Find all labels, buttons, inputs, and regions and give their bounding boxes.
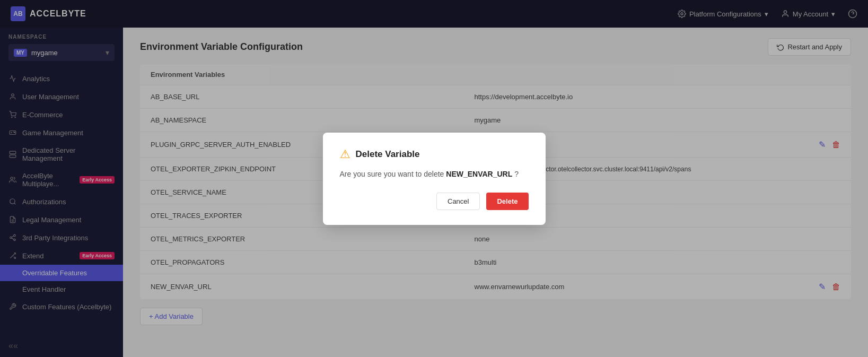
modal-actions: Cancel Delete [340, 193, 529, 210]
modal-message-suffix: ? [514, 170, 519, 178]
modal-header: ⚠ Delete Variable [340, 147, 529, 161]
modal-body: Are you sure you want to delete NEW_ENVA… [340, 169, 529, 180]
modal-message-prefix: Are you sure you want to delete [340, 170, 444, 178]
warning-icon: ⚠ [340, 147, 350, 161]
modal-cancel-button[interactable]: Cancel [436, 193, 480, 210]
modal-title: Delete Variable [356, 149, 420, 160]
modal-variable-name: NEW_ENVAR_URL [446, 170, 512, 178]
modal-delete-button[interactable]: Delete [486, 193, 528, 210]
delete-variable-modal: ⚠ Delete Variable Are you sure you want … [323, 133, 546, 225]
modal-overlay: ⚠ Delete Variable Are you sure you want … [0, 0, 868, 357]
